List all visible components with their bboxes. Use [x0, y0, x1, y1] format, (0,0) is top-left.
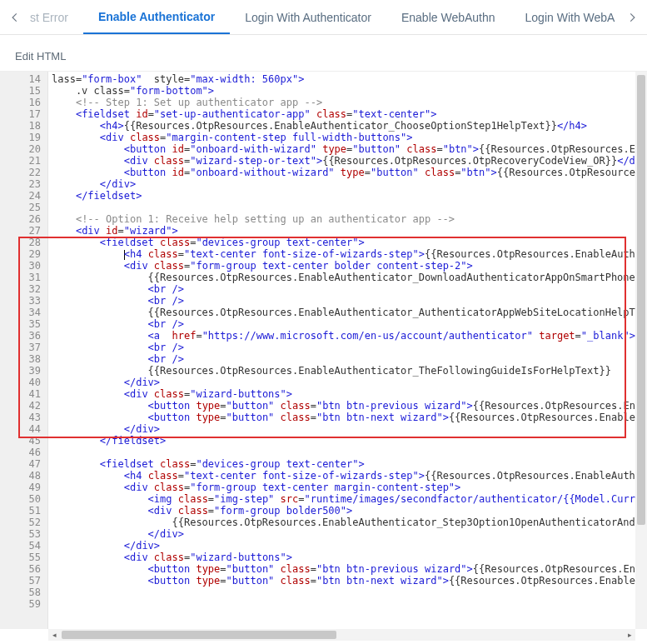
vertical-scrollbar[interactable] [635, 72, 647, 629]
chevron-right-icon [626, 12, 638, 23]
chevron-left-icon [9, 12, 21, 23]
tab-login-with-authenticator[interactable]: Login With Authenticator [230, 0, 386, 34]
code-editor[interactable]: 14▾15▾161718192021222324252627▾282930313… [0, 71, 647, 641]
hscroll-left-arrow[interactable]: ◂ [48, 629, 60, 641]
tab-scroll-left[interactable] [3, 0, 27, 34]
line-number-gutter: 14▾15▾161718192021222324252627▾282930313… [0, 72, 48, 629]
tab-scroll-right[interactable] [620, 0, 644, 34]
tab-enable-webauthn[interactable]: Enable WebAuthn [386, 0, 510, 34]
vertical-scrollbar-thumb[interactable] [637, 75, 645, 525]
hscroll-right-arrow[interactable]: ▸ [624, 629, 635, 641]
tabs-bar: st Error Enable Authenticator Login With… [0, 0, 647, 35]
code-content[interactable]: lass="form-box" style="max-width: 560px"… [48, 72, 647, 612]
code-viewport[interactable]: lass="form-box" style="max-width: 560px"… [48, 72, 647, 630]
tab-enable-authenticator[interactable]: Enable Authenticator [83, 0, 230, 34]
horizontal-scrollbar-thumb[interactable] [62, 631, 336, 639]
horizontal-scrollbar[interactable]: ◂ ▸ [48, 629, 635, 641]
tab-clipped-right[interactable]: Login With WebA [510, 0, 615, 34]
tabs: st Error Enable Authenticator Login With… [27, 0, 620, 34]
section-label: Edit HTML [0, 35, 647, 71]
tab-clipped-left[interactable]: st Error [27, 0, 83, 34]
